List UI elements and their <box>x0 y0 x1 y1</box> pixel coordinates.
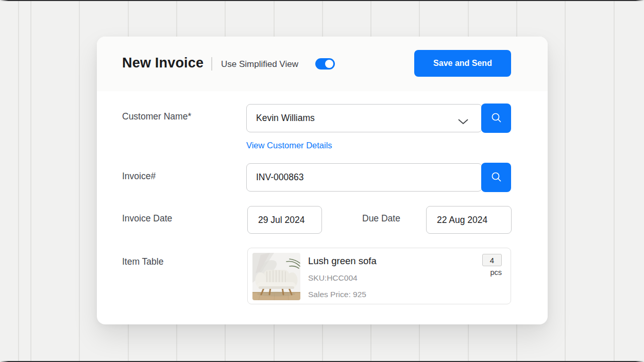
due-date-label: Due Date <box>362 213 400 224</box>
invoice-date-input[interactable]: 29 Jul 2024 <box>247 206 322 234</box>
header-divider <box>211 57 212 71</box>
customer-search-button[interactable] <box>481 104 511 133</box>
invoice-number-input[interactable]: INV-000863 <box>246 163 482 192</box>
new-invoice-modal: New Invoice Use Simplified View Save and… <box>97 37 548 324</box>
simplified-view-toggle[interactable] <box>315 58 335 70</box>
customer-name-select[interactable]: Kevin Williams <box>246 104 482 132</box>
item-row[interactable]: Lush green sofa SKU:HCC004 Sales Price: … <box>247 248 511 304</box>
due-date-input[interactable]: 22 Aug 2024 <box>426 206 512 234</box>
invoice-number-label: Invoice# <box>122 171 156 182</box>
window-top-border <box>0 0 644 1</box>
invoice-date-label: Invoice Date <box>122 213 172 224</box>
modal-header: New Invoice Use Simplified View Save and… <box>97 37 548 91</box>
save-and-send-button[interactable]: Save and Send <box>414 50 511 77</box>
customer-name-value: Kevin Williams <box>256 113 315 124</box>
invoice-number-value: INV-000863 <box>256 172 303 183</box>
search-icon <box>490 171 502 184</box>
item-sku: SKU:HCC004 <box>308 273 358 283</box>
search-icon <box>490 112 502 125</box>
item-photo-sofa <box>252 253 300 300</box>
simplified-view-label: Use Simplified View <box>221 59 298 70</box>
page-title: New Invoice <box>122 55 204 71</box>
item-quantity-unit: pcs <box>482 268 502 277</box>
view-customer-details-link[interactable]: View Customer Details <box>246 141 332 150</box>
item-table-label: Item Table <box>122 256 163 267</box>
due-date-value: 22 Aug 2024 <box>437 215 487 226</box>
chevron-down-icon <box>458 116 468 127</box>
customer-name-label: Customer Name* <box>122 111 191 122</box>
invoice-date-value: 29 Jul 2024 <box>258 215 305 226</box>
toggle-knob <box>325 60 333 68</box>
item-sales-price: Sales Price: 925 <box>308 290 366 299</box>
item-name: Lush green sofa <box>308 255 377 267</box>
page-background: New Invoice Use Simplified View Save and… <box>0 0 644 362</box>
item-quantity-input[interactable]: 4 <box>482 254 502 266</box>
invoice-number-search-button[interactable] <box>481 163 511 192</box>
